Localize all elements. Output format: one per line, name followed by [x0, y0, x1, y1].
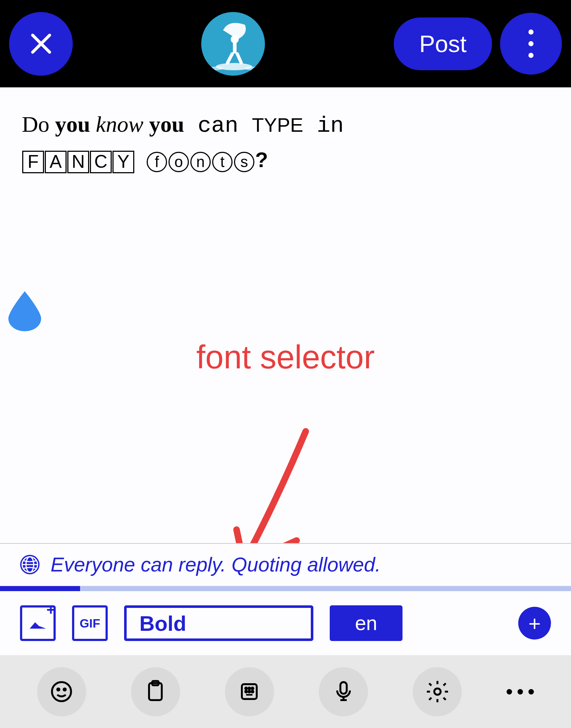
text-cursor-handle[interactable]: [8, 291, 41, 331]
annotation-label: font selector: [196, 339, 374, 376]
svg-point-30: [434, 688, 441, 695]
circled-letter: s: [234, 152, 254, 172]
more-dot-icon: [528, 29, 534, 35]
fonts-circled-letters: fonts: [146, 147, 255, 172]
text-you-bold: you: [55, 112, 90, 136]
add-gif-button[interactable]: GIF: [72, 605, 108, 641]
profile-avatar[interactable]: [201, 12, 265, 76]
text-know-italic: know: [90, 112, 149, 136]
more-dot-icon: [528, 689, 534, 695]
plus-badge-icon: +: [46, 601, 55, 618]
close-x-icon: [27, 29, 56, 58]
svg-point-22: [252, 688, 254, 689]
keyboard-switch-button[interactable]: [225, 667, 274, 716]
boxed-letter: C: [90, 151, 112, 173]
plus-icon: +: [528, 611, 541, 636]
svg-point-23: [245, 691, 247, 693]
clipboard-icon: [143, 679, 168, 704]
svg-point-20: [245, 688, 247, 689]
svg-point-9: [245, 67, 259, 70]
more-dot-icon: [518, 689, 523, 695]
more-options-button[interactable]: [500, 13, 562, 75]
circled-letter: f: [147, 152, 167, 172]
close-button[interactable]: [9, 12, 73, 76]
compose-text: Do you know you can TYPE in FANCY fonts?: [22, 107, 549, 177]
boxed-letter: Y: [112, 151, 134, 173]
svg-point-15: [57, 688, 59, 691]
svg-point-14: [52, 682, 71, 701]
more-dot-icon: [528, 53, 534, 58]
svg-rect-27: [340, 682, 347, 694]
font-style-selector[interactable]: Bold: [124, 605, 313, 641]
svg-point-25: [252, 691, 254, 693]
voice-input-button[interactable]: [319, 667, 368, 716]
avatar-image: [201, 12, 265, 76]
emoji-button[interactable]: [37, 667, 86, 716]
more-dot-icon: [528, 41, 534, 46]
header-right-group: Post: [394, 13, 562, 75]
add-image-button[interactable]: +: [20, 605, 56, 641]
gear-icon: [425, 679, 450, 704]
microphone-icon: [331, 679, 356, 704]
keyboard-icon: [237, 679, 262, 704]
more-dot-icon: [507, 689, 512, 695]
compose-header: Post: [0, 0, 571, 87]
post-button[interactable]: Post: [394, 17, 492, 70]
gif-icon: GIF: [80, 616, 100, 630]
character-progress-track: [0, 586, 571, 591]
text-question: ?: [255, 148, 268, 171]
svg-point-8: [209, 67, 223, 70]
keyboard-more-button[interactable]: [507, 689, 534, 695]
reply-settings-text: Everyone can reply. Quoting allowed.: [51, 553, 381, 576]
clipboard-button[interactable]: [131, 667, 180, 716]
boxed-letter: F: [22, 151, 44, 173]
character-progress-fill: [0, 586, 80, 591]
keyboard-settings-button[interactable]: [413, 667, 462, 716]
text-you-bold2: you: [149, 112, 184, 136]
svg-point-21: [249, 688, 250, 689]
image-icon: [27, 612, 49, 634]
circled-letter: t: [212, 152, 233, 172]
fancy-boxed-letters: FANCY: [22, 147, 135, 172]
svg-point-16: [64, 688, 66, 691]
text-type-caps: TYPE: [252, 114, 303, 136]
circled-letter: n: [190, 152, 211, 172]
svg-point-24: [249, 691, 250, 693]
boxed-letter: A: [45, 151, 67, 173]
svg-rect-4: [233, 42, 237, 54]
text-can-mono: can: [184, 113, 252, 139]
circled-letter: o: [168, 152, 189, 172]
globe-icon: [18, 553, 41, 576]
boxed-letter: N: [67, 151, 89, 173]
language-button[interactable]: en: [330, 605, 403, 641]
text-do: Do: [22, 112, 55, 136]
reply-settings-bar[interactable]: Everyone can reply. Quoting allowed.: [0, 543, 571, 585]
emoji-icon: [49, 679, 74, 704]
text-in: in: [303, 113, 344, 139]
add-thread-button[interactable]: +: [518, 607, 551, 640]
keyboard-toolbar: [0, 655, 571, 728]
compose-toolbar: + GIF Bold en +: [0, 591, 571, 655]
font-style-label: Bold: [139, 611, 186, 636]
